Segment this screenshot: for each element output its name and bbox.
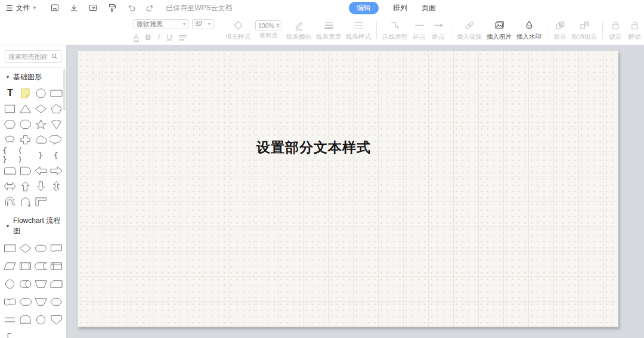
- shape-display[interactable]: [18, 293, 33, 311]
- canvas-page[interactable]: 设置部分文本样式: [78, 51, 618, 327]
- shape-data[interactable]: [2, 257, 18, 275]
- section-flowchart[interactable]: ▼ Flowchart 流程图: [0, 212, 66, 238]
- shape-brace-pair[interactable]: { }: [2, 147, 18, 163]
- shape-off-page-connector[interactable]: [48, 311, 64, 328]
- shape-right-arrow[interactable]: [48, 163, 64, 178]
- line-style-button[interactable]: 线条样式: [343, 20, 373, 41]
- shape-right-brace[interactable]: }: [33, 147, 49, 163]
- shape-merge[interactable]: [33, 293, 49, 311]
- redo-icon[interactable]: [145, 3, 155, 13]
- shape-down-arrow[interactable]: [33, 178, 49, 194]
- italic-button[interactable]: I: [157, 32, 160, 42]
- shape-direct-data[interactable]: [18, 275, 33, 293]
- shape-paper-tape[interactable]: [2, 293, 18, 311]
- shape-speech-bubble[interactable]: [48, 132, 64, 147]
- insert-watermark-icon: [523, 20, 535, 32]
- shape-stored-data[interactable]: [33, 257, 49, 275]
- shape-plaque[interactable]: [18, 163, 33, 178]
- text-align-button[interactable]: [179, 35, 187, 42]
- caret-down-icon: ▼: [5, 224, 10, 229]
- shape-square[interactable]: [2, 101, 18, 116]
- shape-left-brace[interactable]: {: [48, 147, 64, 163]
- font-color-button[interactable]: A: [134, 33, 139, 42]
- section-basic-shapes[interactable]: ▼ 基础图形: [0, 68, 66, 85]
- shape-text[interactable]: T: [2, 85, 18, 101]
- shape-up-down-arrow[interactable]: [48, 178, 64, 194]
- shape-circle[interactable]: [33, 85, 49, 101]
- opacity-button[interactable]: 100%透明度: [253, 20, 284, 40]
- shape-arc[interactable]: [2, 132, 18, 147]
- font-size-select[interactable]: 32 ▾: [192, 19, 213, 29]
- shape-process[interactable]: [2, 239, 18, 257]
- canvas-text[interactable]: 设置部分文本样式: [256, 138, 371, 157]
- shape-diamond[interactable]: [33, 101, 49, 116]
- line-width-label: 线条宽度: [316, 33, 341, 41]
- shape-left-arrow[interactable]: [33, 163, 49, 178]
- shape-rectangle[interactable]: [48, 85, 64, 101]
- connector-type-button[interactable]: 连线类型: [380, 20, 410, 41]
- end-point-button[interactable]: 终点: [429, 20, 448, 41]
- format-painter-icon[interactable]: [107, 3, 117, 13]
- bold-button[interactable]: B: [145, 33, 151, 42]
- shape-octagon[interactable]: [18, 116, 33, 132]
- tab-arrange[interactable]: 排列: [393, 3, 407, 13]
- line-style-icon: [352, 20, 364, 32]
- sidebar-scrollbar[interactable]: [63, 69, 66, 111]
- tab-edit[interactable]: 编辑: [349, 2, 379, 14]
- shape-paren-pair[interactable]: ( ): [18, 147, 33, 163]
- tab-page[interactable]: 页面: [422, 3, 436, 13]
- shape-rounded-rectangle[interactable]: [2, 163, 18, 178]
- canvas-backdrop[interactable]: 设置部分文本样式: [67, 45, 644, 338]
- export-icon[interactable]: [88, 3, 98, 13]
- shape-parallel-mode[interactable]: [2, 311, 18, 328]
- unlock-button[interactable]: 解锁: [625, 20, 644, 41]
- opacity-stepper[interactable]: [276, 23, 280, 27]
- shape-u-arrow[interactable]: [18, 194, 33, 209]
- fill-style-button[interactable]: 填充样式: [223, 20, 253, 41]
- shape-hexagon[interactable]: [2, 116, 18, 132]
- undo-icon[interactable]: [126, 3, 136, 13]
- shape-triangle[interactable]: [18, 101, 33, 116]
- shape-terminator[interactable]: [33, 239, 49, 257]
- download-icon[interactable]: [69, 3, 79, 13]
- shape-u-turn-arrow[interactable]: [2, 194, 18, 209]
- shape-sticky-note[interactable]: [18, 85, 33, 101]
- shape-internal-storage[interactable]: [48, 257, 64, 275]
- search-input[interactable]: [8, 53, 51, 60]
- lock-button[interactable]: 锁定: [606, 20, 625, 41]
- shape-document[interactable]: [48, 239, 64, 257]
- start-point-button[interactable]: 起点: [410, 20, 429, 41]
- shape-predefined-process[interactable]: [18, 257, 33, 275]
- shape-manual-operation[interactable]: [33, 275, 49, 293]
- ungroup-button[interactable]: 取消组合: [569, 20, 599, 41]
- file-menu[interactable]: ☰ 文件 ▾: [6, 3, 36, 13]
- shape-circle-connector[interactable]: [33, 311, 49, 328]
- shape-annotation[interactable]: [2, 328, 18, 338]
- start-point-icon: [413, 20, 425, 32]
- shape-cone[interactable]: [48, 116, 64, 132]
- opacity-input[interactable]: 100%: [255, 20, 281, 30]
- line-width-icon: [323, 20, 335, 32]
- shape-preparation[interactable]: [48, 293, 64, 311]
- shape-up-arrow[interactable]: [18, 178, 33, 194]
- insert-image-button[interactable]: 插入图片: [484, 20, 514, 41]
- line-width-button[interactable]: 线条宽度: [314, 20, 343, 41]
- shape-card[interactable]: [48, 275, 64, 293]
- search-box[interactable]: [5, 50, 61, 63]
- shape-corner[interactable]: [33, 194, 49, 209]
- shape-cloud[interactable]: [33, 132, 49, 147]
- shape-star[interactable]: [33, 116, 49, 132]
- line-color-button[interactable]: 线条颜色: [284, 20, 314, 41]
- shape-connector[interactable]: [2, 275, 18, 293]
- shape-plus[interactable]: [18, 132, 33, 147]
- shape-left-right-arrow[interactable]: [2, 178, 18, 194]
- save-icon[interactable]: [50, 3, 60, 13]
- font-family-select[interactable]: 微软雅黑 ▾: [134, 19, 188, 29]
- insert-link-button[interactable]: 插入链接: [454, 20, 484, 41]
- underline-button[interactable]: U: [166, 33, 172, 42]
- shape-pentagon[interactable]: [48, 101, 64, 116]
- shape-decision[interactable]: [18, 239, 33, 257]
- shape-delay[interactable]: [18, 311, 33, 328]
- group-button[interactable]: 组合: [550, 20, 569, 41]
- insert-watermark-button[interactable]: 插入水印: [514, 20, 544, 41]
